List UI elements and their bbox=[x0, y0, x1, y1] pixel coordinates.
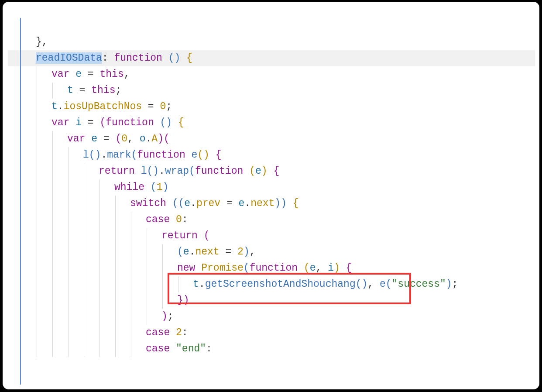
indent-guide bbox=[99, 179, 100, 196]
code-token: switch bbox=[130, 198, 166, 209]
code-token: e bbox=[239, 198, 245, 209]
code-token: l bbox=[83, 149, 89, 161]
code-token: e bbox=[75, 69, 82, 80]
code-token: prev bbox=[196, 198, 220, 209]
code-token: ; bbox=[168, 311, 174, 322]
code-token: () bbox=[197, 149, 209, 161]
code-token: t bbox=[51, 101, 58, 112]
indent-guide bbox=[162, 244, 163, 260]
code-token: function bbox=[137, 149, 185, 161]
code-token: : bbox=[206, 343, 212, 354]
code-token: function bbox=[250, 262, 298, 274]
code-token bbox=[287, 198, 293, 209]
code-token: , bbox=[124, 69, 130, 80]
code-token bbox=[170, 214, 176, 225]
code-line[interactable]: while (1) bbox=[8, 179, 535, 196]
code-token bbox=[180, 52, 186, 64]
code-token: next bbox=[250, 198, 274, 209]
code-token: getScreenshotAndShouchang bbox=[205, 279, 356, 290]
code-token: o bbox=[140, 133, 146, 144]
code-line[interactable]: t.getScreenshotAndShouchang(), e("succes… bbox=[8, 276, 535, 292]
code-token: 0 bbox=[176, 214, 182, 225]
indent-guide bbox=[37, 325, 37, 341]
code-token: iosUpBatchNos bbox=[64, 101, 142, 112]
code-line[interactable]: case 2: bbox=[8, 325, 535, 341]
indent-guide bbox=[147, 260, 147, 276]
code-token: e bbox=[183, 246, 189, 258]
code-token: next bbox=[195, 246, 219, 258]
code-area[interactable]: },readIOSData: function () {var e = this… bbox=[3, 2, 539, 389]
indent-guide bbox=[84, 196, 84, 212]
indent-guide bbox=[99, 212, 100, 228]
code-line[interactable]: var i = (function () { bbox=[8, 115, 535, 131]
code-token: { bbox=[273, 165, 279, 177]
code-line[interactable]: case 0: bbox=[8, 212, 535, 228]
code-line[interactable]: }, bbox=[8, 34, 535, 50]
code-line[interactable]: l().mark(function e() { bbox=[8, 147, 535, 163]
indent-guide bbox=[178, 276, 178, 292]
code-token bbox=[85, 133, 91, 144]
code-token: t bbox=[67, 85, 73, 96]
indent-guide bbox=[37, 66, 37, 83]
code-token: case bbox=[146, 327, 170, 338]
indent-guide bbox=[84, 212, 84, 228]
code-line[interactable]: new Promise(function (e, i) { bbox=[8, 260, 535, 276]
code-token: ; bbox=[115, 85, 121, 96]
indent-guide bbox=[84, 292, 84, 309]
indent-guide bbox=[115, 309, 116, 325]
code-line[interactable]: (e.next = 2), bbox=[8, 244, 535, 260]
code-token: , bbox=[367, 279, 380, 290]
code-line[interactable]: switch ((e.prev = e.next)) { bbox=[8, 196, 535, 212]
code-token: 2 bbox=[176, 327, 182, 338]
code-line[interactable]: var e = this, bbox=[8, 66, 535, 83]
indent-guide bbox=[37, 131, 37, 147]
indent-guide bbox=[37, 147, 37, 163]
code-line[interactable]: }) bbox=[8, 292, 535, 309]
code-token: wrap bbox=[165, 165, 189, 177]
code-editor-window[interactable]: },readIOSData: function () {var e = this… bbox=[3, 2, 539, 389]
code-token bbox=[170, 343, 176, 354]
indent-guide bbox=[68, 163, 69, 179]
indent-guide bbox=[131, 244, 131, 260]
code-token: () bbox=[147, 165, 159, 177]
indent-guide bbox=[99, 276, 100, 292]
indent-guide bbox=[68, 276, 69, 292]
indent-guide bbox=[52, 131, 53, 147]
indent-guide bbox=[52, 309, 53, 325]
indent-guide bbox=[84, 325, 84, 341]
indent-guide bbox=[68, 212, 69, 228]
code-token: A bbox=[151, 133, 158, 144]
code-token: = bbox=[82, 69, 99, 80]
code-token bbox=[198, 230, 204, 241]
code-line[interactable]: ); bbox=[8, 309, 535, 325]
indent-guide bbox=[147, 309, 147, 325]
code-line[interactable]: var e = (0, o.A)( bbox=[8, 131, 535, 147]
indent-guide bbox=[37, 115, 37, 131]
indent-guide bbox=[37, 244, 37, 260]
code-token: = bbox=[73, 85, 91, 96]
code-token: () bbox=[89, 149, 101, 161]
code-line[interactable]: return l().wrap(function (e) { bbox=[8, 163, 535, 179]
code-token: . bbox=[189, 246, 196, 258]
code-line[interactable]: case "end": bbox=[8, 341, 535, 357]
indent-guide bbox=[52, 244, 53, 260]
code-line[interactable]: t = this; bbox=[8, 83, 535, 99]
indent-guide bbox=[37, 341, 37, 357]
code-token bbox=[340, 262, 346, 274]
code-token: i bbox=[75, 117, 82, 128]
code-line[interactable]: t.iosUpBatchNos = 0; bbox=[8, 99, 535, 115]
code-token: . bbox=[159, 165, 165, 177]
indent-guide bbox=[37, 212, 37, 228]
code-line[interactable]: readIOSData: function () { bbox=[8, 50, 535, 66]
indent-guide bbox=[131, 228, 131, 244]
code-token: e bbox=[380, 279, 386, 290]
indent-guide bbox=[115, 341, 116, 357]
indent-guide bbox=[162, 292, 163, 309]
indent-guide bbox=[99, 228, 100, 244]
code-line[interactable]: return ( bbox=[8, 228, 535, 244]
indent-guide bbox=[131, 212, 131, 228]
code-token: return bbox=[99, 165, 135, 177]
indent-guide bbox=[84, 228, 84, 244]
code-token bbox=[154, 117, 160, 128]
code-token: ( bbox=[249, 165, 255, 177]
